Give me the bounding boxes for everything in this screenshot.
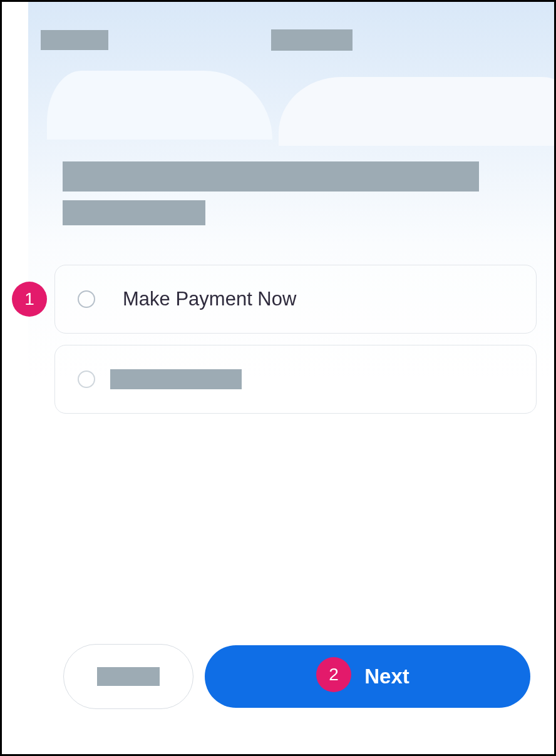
footer-actions: Next — [63, 644, 530, 709]
callout-marker-1: 1 — [12, 282, 47, 317]
decorative-cloud — [279, 77, 556, 146]
next-button[interactable]: Next — [205, 645, 530, 708]
header-placeholder-right — [271, 29, 353, 51]
header — [41, 29, 542, 51]
back-button[interactable] — [63, 644, 193, 709]
radio-icon[interactable] — [78, 290, 95, 308]
option-second[interactable] — [54, 345, 537, 414]
payment-screen: Make Payment Now Next — [28, 2, 554, 754]
option-make-payment-now[interactable]: Make Payment Now — [54, 265, 537, 334]
callout-marker-2: 2 — [316, 657, 351, 692]
title-placeholder-line-1 — [63, 161, 479, 192]
option-label-placeholder — [110, 369, 242, 389]
header-placeholder-left — [41, 30, 108, 50]
decorative-cloud — [47, 71, 272, 140]
option-label: Make Payment Now — [123, 288, 296, 310]
radio-icon[interactable] — [78, 370, 95, 388]
page-heading — [63, 161, 520, 225]
title-placeholder-line-2 — [63, 200, 205, 225]
back-button-label-placeholder — [97, 667, 160, 686]
next-button-label: Next — [364, 665, 409, 688]
